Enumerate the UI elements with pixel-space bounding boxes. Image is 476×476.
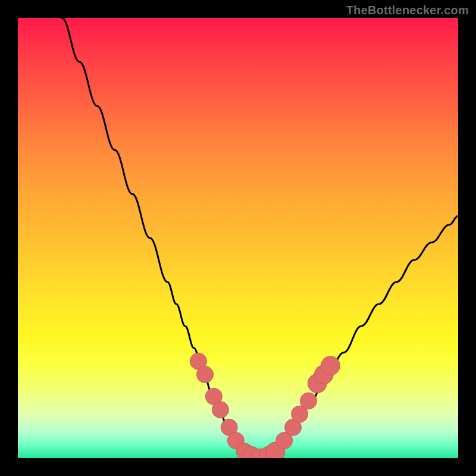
bottleneck-curve <box>62 18 458 458</box>
data-marker <box>300 393 317 409</box>
plot-area: line <box>18 18 458 458</box>
marker-group <box>190 353 340 458</box>
data-marker <box>197 366 214 383</box>
data-marker <box>321 356 340 375</box>
bottleneck-curve-svg <box>18 18 458 458</box>
data-marker <box>212 402 228 418</box>
watermark-label: TheBottlenecker.com <box>346 4 469 17</box>
chart-frame: line <box>18 18 458 458</box>
